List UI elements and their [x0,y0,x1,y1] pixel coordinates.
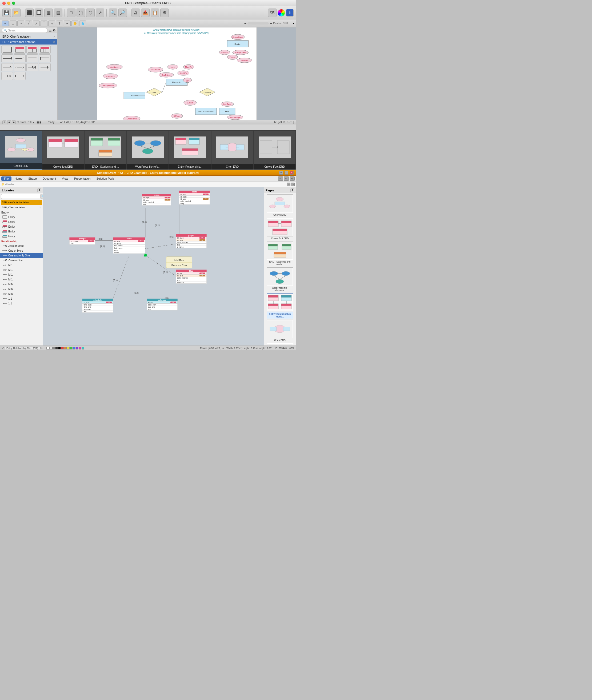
copy-icon[interactable]: ⬛ [25,8,34,17]
color-black[interactable] [58,347,61,349]
win-rel-m1-1[interactable]: M:1 M:1 [0,263,43,267]
library-item-chen[interactable]: ERD, Chen's notation ✕ [0,34,57,39]
maximize-button[interactable] [12,2,15,5]
shape-entity-header[interactable] [14,46,26,54]
zoom-custom-arrow[interactable]: ▾ [293,22,294,25]
export-icon[interactable]: 📤 [141,8,150,17]
menu-document[interactable]: Document [40,176,59,181]
menu-home[interactable]: Home [12,176,25,181]
color-blue[interactable] [73,347,76,349]
shape-h-line[interactable] [1,54,13,62]
win-toolbar-btn3[interactable]: ⚙ [290,176,295,181]
color-purple[interactable] [76,347,79,349]
bezier-tool[interactable]: ∿ [48,20,55,26]
win-main-canvas[interactable]: topics id_topic PK id_user FK date_creat… [43,187,264,345]
menu-shape[interactable]: Shape [26,176,40,181]
win-lib-crowsfoot[interactable]: ERD, crow's foot notation ✕ [1,200,42,205]
ellipse-tool[interactable]: ○ [17,20,24,26]
win-rel-zero-more[interactable]: Zero or More [0,244,43,248]
win-panel-btn2[interactable]: ▷ [291,182,295,186]
win-rel-m1-2[interactable]: M:1 M:1 [0,267,43,272]
play-button[interactable]: ▶ [12,120,16,124]
close-library-chen[interactable]: ✕ [53,35,55,38]
connector-icon[interactable]: ↗ [96,8,104,17]
save-icon[interactable]: 💾 [2,8,11,17]
arc-tool[interactable]: ⌒ [41,20,47,26]
thumbnail-crows-foot-erd[interactable]: Crow's Foot ERD [254,130,296,169]
hand-tool[interactable]: ✋ [71,20,79,26]
shape-icon1[interactable]: □ [67,8,76,17]
shape-entity-3col[interactable] [39,46,51,54]
pages-scroll-area[interactable]: Chen's ERD [264,193,296,345]
page-thumb-chen-erd[interactable]: Chen ERD [267,320,293,342]
shape-one-only[interactable] [39,63,51,71]
win-entity-shape-1[interactable]: Entity [0,215,43,219]
win-nav-right[interactable]: ▷ [41,346,43,349]
crop-tool[interactable]: ✂ [64,20,71,26]
shape-one-and-more[interactable] [14,72,26,80]
page-thumb-students[interactable]: ERD - Students and teach... [267,241,293,266]
zoom-out-icon[interactable]: 🔎 [118,8,127,17]
win-page-tab[interactable]: Entity-Relationship Mo... (5/7) [5,346,40,350]
win-search-input[interactable] [1,194,41,199]
win-entity-shape-5[interactable]: Entity [0,234,43,238]
eyedrop-tool[interactable]: 💧 [79,20,86,26]
print-icon[interactable]: 🖨 [132,8,140,17]
title-dropdown-icon[interactable]: ▾ [169,2,171,5]
prev-button[interactable]: ◀ [7,120,11,124]
shape-icon3[interactable]: ⬡ [86,8,95,17]
color-gray[interactable] [52,347,55,349]
win-rel-m1-4[interactable]: M:1 M:1 [0,277,43,282]
thumbnail-chen-erd[interactable]: Chen ERD [211,130,254,169]
thumbnail-wordpress[interactable]: WordPress file-refe... [127,130,169,169]
menu-presentation[interactable]: Presentation [71,176,93,181]
color-red[interactable] [61,347,64,349]
paste-icon[interactable]: 🔲 [35,8,43,17]
color-green[interactable] [70,347,72,349]
thumbnail-chens-erd[interactable]: Chen's ERD [0,130,42,169]
win-entity-shape-3[interactable]: Entity [0,224,43,229]
shape-one-many[interactable] [1,63,13,71]
win-minimize[interactable]: − [279,171,283,175]
color-yellow[interactable] [67,347,69,349]
win-rel-mm-3[interactable]: M:M M:M [0,291,43,296]
page-thumb-crowsfoot[interactable]: Crow's foot ERD [267,218,293,240]
color-wheel-icon[interactable] [278,9,285,16]
close-button[interactable] [2,2,6,5]
rectangle-tool[interactable]: □ [10,20,16,26]
layers-icon[interactable]: 📋 [151,8,159,17]
info-icon[interactable]: ℹ [286,9,294,16]
shape-zero-or-many[interactable] [1,72,13,80]
thumbnail-entity-rel[interactable]: Entity-Relationship... [169,130,211,169]
win-rel-mm-1[interactable]: M:M M:M [0,282,43,286]
win-toolbar-btn2[interactable]: ↪ [284,176,289,181]
win-lib-config[interactable]: ⚙ [37,189,41,192]
win-maximize[interactable]: □ [285,171,288,175]
settings-panel-icon[interactable]: ⚙ [53,29,56,32]
color-lgray[interactable] [49,347,52,349]
pointer-tool[interactable]: ↖ [2,20,9,26]
shape-double-line[interactable] [27,54,38,62]
shape-zero-or-one[interactable] [27,63,38,71]
color-dgray[interactable] [55,347,58,349]
shape-entity-plain[interactable] [1,46,13,54]
pause-button[interactable]: ⏸ [2,120,6,124]
color-teal[interactable] [82,347,84,349]
settings-icon[interactable]: ⚙ [160,8,169,17]
page-thumb-chen[interactable]: Chen's ERD [267,194,293,217]
menu-file[interactable]: File [1,176,11,181]
close-library-crowsfoot[interactable]: ✕ [53,41,55,44]
win-entity-shape-2[interactable]: Entity [0,219,43,224]
win-rel-mm-2[interactable]: M:M M:M [0,286,43,291]
menu-solution-park[interactable]: Solution Park [94,176,116,181]
zoom-minus[interactable]: − [244,21,246,25]
shape-entity-2col[interactable] [27,46,38,54]
library-item-crowsfoot[interactable]: ERD, crow's foot notation ✕ [0,39,57,45]
zoom-slider[interactable] [247,22,269,24]
shape-icon2[interactable]: ◯ [77,8,85,17]
connector-tool[interactable]: ↗ [33,20,40,26]
open-icon[interactable]: 📂 [12,8,20,17]
win-lib-crowsfoot-close[interactable]: ✕ [39,201,41,204]
zoom-in-icon[interactable]: 🔍 [109,8,117,17]
search-box[interactable]: 🔍 Search [2,28,48,33]
